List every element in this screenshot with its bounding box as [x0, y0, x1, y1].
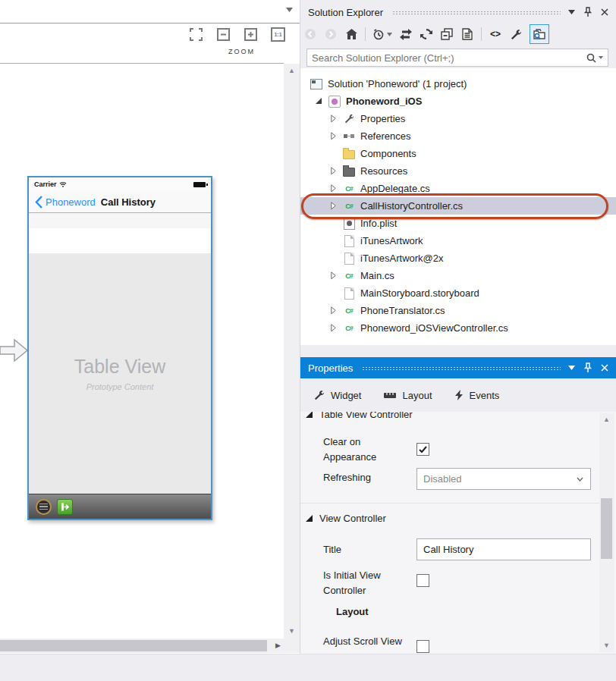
properties-scrollbar[interactable]: ▲ ▼: [599, 413, 614, 652]
table-view-placeholder: Table View: [74, 356, 165, 378]
chevron-right-icon[interactable]: [329, 306, 337, 315]
back-button[interactable]: Phoneword: [46, 196, 96, 208]
divider: [481, 27, 482, 41]
zoom-in-icon[interactable]: [244, 27, 258, 42]
horizontal-scrollbar[interactable]: ▶: [0, 639, 284, 653]
tree-row-phonetranslator[interactable]: C# PhoneTranslator.cs: [300, 302, 616, 319]
tree-row-itunesartwork2x[interactable]: iTunesArtwork@2x: [300, 249, 616, 267]
tree-row-resources[interactable]: Resources: [300, 162, 616, 180]
section-expanded-icon: [306, 515, 313, 523]
back-icon[interactable]: [303, 27, 317, 42]
show-all-files-icon[interactable]: [460, 27, 474, 42]
storyboard-canvas[interactable]: Carrier Phoneword Call History Table Vie…: [0, 64, 284, 639]
plist-file-icon: [343, 218, 355, 230]
ruler-icon: [384, 392, 396, 399]
solution-explorer-header: Solution Explorer: [300, 2, 616, 23]
scroll-down-icon[interactable]: ▼: [284, 628, 300, 635]
drag-texture: [362, 366, 561, 371]
tree-row-components[interactable]: Components: [300, 145, 616, 162]
tab-widget[interactable]: Widget: [314, 390, 361, 401]
tree-row-project[interactable]: Phoneword_iOS: [300, 93, 616, 110]
tree-row-viewcontroller[interactable]: C# Phoneword_iOSViewController.cs: [300, 319, 616, 337]
refresh-icon[interactable]: [420, 27, 433, 42]
search-icon[interactable]: [586, 53, 608, 63]
phone-status-bar: Carrier: [29, 177, 211, 191]
prototype-content-label: Prototype Content: [86, 382, 154, 391]
chevron-down-icon[interactable]: [286, 8, 293, 12]
back-chevron-icon[interactable]: [35, 196, 42, 209]
adjust-scroll-checkbox[interactable]: [416, 640, 429, 653]
preview-selected-items-icon[interactable]: [530, 24, 549, 44]
section-view-controller[interactable]: View Controller: [306, 513, 386, 524]
chevron-right-icon[interactable]: [329, 202, 337, 210]
designer-toolbar: 1:1 ZOOM: [0, 24, 300, 64]
tree-row-itunesartwork[interactable]: iTunesArtwork: [300, 232, 616, 249]
layout-subheading: Layout: [336, 606, 369, 617]
lightning-icon: [455, 390, 464, 400]
view-controller-icon[interactable]: [36, 499, 52, 515]
scroll-down-icon[interactable]: ▼: [599, 642, 614, 649]
clear-on-appearance-checkbox[interactable]: [416, 443, 429, 456]
chevron-right-icon[interactable]: [329, 271, 337, 280]
tree-row-appdelegate[interactable]: C# AppDelegate.cs: [300, 180, 616, 197]
tree-row-infoplist[interactable]: Info.plist: [300, 215, 616, 232]
fit-to-screen-icon[interactable]: [189, 27, 203, 42]
window-position-icon[interactable]: [568, 10, 575, 14]
tree-row-properties[interactable]: Properties: [300, 110, 616, 127]
exit-segue-icon[interactable]: [57, 499, 73, 515]
tab-events[interactable]: Events: [455, 390, 500, 401]
status-strip: [0, 654, 616, 681]
scrollbar-thumb[interactable]: [601, 498, 612, 559]
ios-app-icon: [328, 96, 341, 108]
vertical-scrollbar[interactable]: ▲ ▼: [284, 64, 300, 639]
refreshing-label: Refreshing: [323, 470, 413, 485]
wifi-icon: [59, 181, 67, 187]
section-table-view-controller[interactable]: Table View Controller: [306, 412, 413, 420]
solution-icon: [310, 78, 322, 90]
scroll-up-icon[interactable]: ▲: [599, 413, 614, 423]
chevron-right-icon[interactable]: [329, 184, 337, 193]
window-position-icon[interactable]: [568, 366, 575, 370]
view-code-icon[interactable]: <>: [489, 27, 502, 42]
pin-icon[interactable]: [584, 362, 592, 373]
chevron-right-icon[interactable]: [329, 324, 337, 332]
scrollbar-thumb[interactable]: [0, 640, 267, 651]
csharp-file-icon: C#: [343, 322, 355, 334]
tree-row-mainstoryboard[interactable]: MainStoryboard.storyboard: [300, 284, 616, 302]
iphone-view-controller[interactable]: Carrier Phoneword Call History Table Vie…: [27, 176, 212, 520]
tree-row-callhistorycontroller[interactable]: C# CallHistoryController.cs: [300, 197, 616, 215]
scroll-up-icon[interactable]: ▲: [284, 64, 300, 74]
scroll-right-icon[interactable]: ▶: [275, 642, 281, 649]
search-box: [306, 49, 608, 67]
tree-row-solution[interactable]: Solution 'Phoneword' (1 project): [300, 75, 616, 93]
prototype-cell[interactable]: [29, 228, 211, 253]
chevron-right-icon[interactable]: [329, 115, 337, 123]
scrollbar-corner: [284, 639, 300, 653]
open-files-filter-icon[interactable]: [372, 27, 392, 42]
close-icon[interactable]: [601, 364, 608, 372]
forward-icon[interactable]: [324, 27, 338, 42]
actual-size-icon[interactable]: 1:1: [271, 27, 285, 42]
zoom-out-icon[interactable]: [216, 27, 231, 42]
close-icon[interactable]: [601, 8, 608, 16]
sync-with-active-document-icon[interactable]: [399, 27, 413, 42]
refreshing-dropdown[interactable]: Disabled: [416, 468, 591, 490]
check-icon: [419, 446, 427, 453]
title-input[interactable]: [417, 544, 590, 555]
collapse-all-icon[interactable]: [440, 27, 454, 42]
tree-row-maincs[interactable]: C# Main.cs: [300, 267, 616, 284]
chevron-expanded-icon[interactable]: [315, 98, 322, 105]
is-initial-checkbox[interactable]: [416, 574, 429, 587]
properties-icon[interactable]: [509, 27, 523, 42]
segue-arrow-icon[interactable]: [0, 337, 29, 364]
tree-row-references[interactable]: References: [300, 127, 616, 145]
pin-icon[interactable]: [584, 7, 592, 17]
table-view-area[interactable]: Table View Prototype Content: [29, 253, 211, 494]
wrench-icon: [343, 113, 355, 125]
search-input[interactable]: [307, 52, 586, 64]
tab-layout[interactable]: Layout: [384, 390, 432, 401]
home-icon[interactable]: [344, 27, 358, 42]
file-icon: [343, 287, 355, 300]
chevron-right-icon[interactable]: [329, 132, 337, 140]
chevron-right-icon[interactable]: [329, 167, 337, 175]
